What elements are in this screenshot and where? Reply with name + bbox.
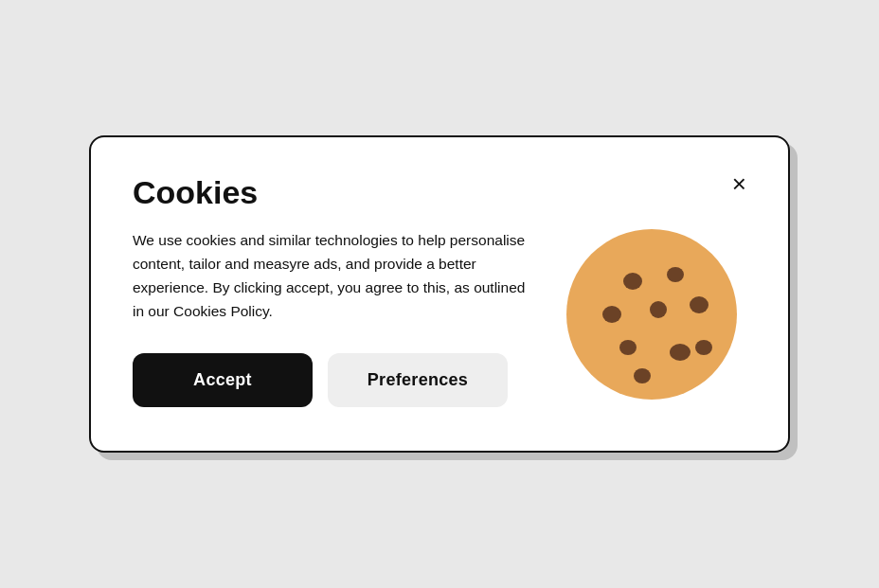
dialog-title: Cookies: [133, 175, 258, 210]
svg-point-2: [667, 267, 684, 282]
preferences-button[interactable]: Preferences: [328, 353, 508, 407]
cookie-illustration: [557, 220, 746, 409]
cookie-dialog: Cookies × We use cookies and similar tec…: [89, 135, 790, 453]
svg-point-1: [623, 273, 642, 290]
dialog-shadow: Cookies × We use cookies and similar tec…: [89, 135, 790, 453]
svg-point-4: [650, 301, 667, 318]
svg-point-5: [690, 296, 709, 313]
close-button[interactable]: ×: [732, 171, 746, 196]
dialog-content: We use cookies and similar technologies …: [133, 229, 538, 407]
accept-button[interactable]: Accept: [133, 353, 313, 407]
svg-point-7: [670, 344, 691, 361]
svg-point-3: [602, 306, 621, 323]
dialog-header: Cookies ×: [133, 175, 746, 210]
svg-point-9: [695, 340, 712, 355]
svg-point-8: [634, 368, 651, 383]
dialog-actions: Accept Preferences: [133, 353, 538, 407]
dialog-body: We use cookies and similar technologies …: [133, 229, 746, 409]
dialog-body-text: We use cookies and similar technologies …: [133, 229, 538, 323]
svg-point-6: [619, 340, 637, 355]
